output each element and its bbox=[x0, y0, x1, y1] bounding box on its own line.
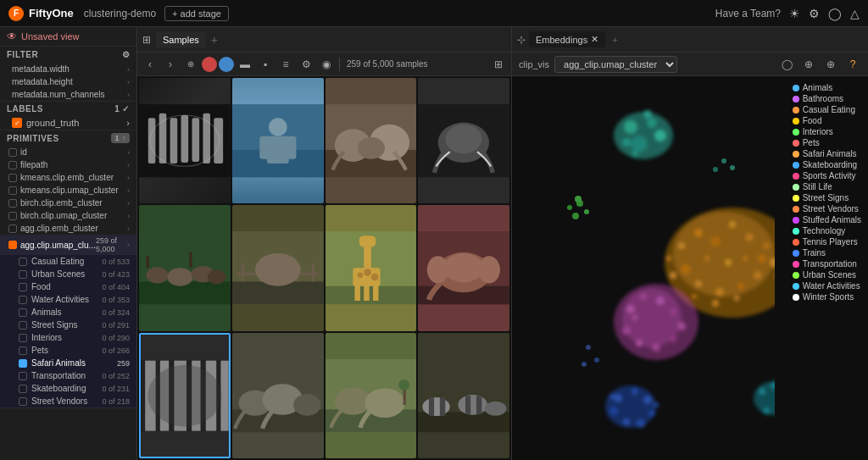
nav-next-button[interactable]: › bbox=[161, 55, 180, 74]
embeddings-tab-close[interactable]: ✕ bbox=[591, 34, 598, 45]
triangle-icon[interactable]: △ bbox=[850, 7, 860, 20]
sidebar-prim-birch-umap[interactable]: birch.clip.umap_cluster › bbox=[0, 209, 136, 222]
list-button[interactable]: ≡ bbox=[276, 55, 295, 74]
unsaved-view-label: Unsaved view bbox=[21, 31, 79, 42]
have-a-team-link[interactable]: Have a Team? bbox=[715, 8, 781, 19]
cat-animals[interactable]: Animals 0 of 324 bbox=[12, 306, 136, 319]
svg-point-120 bbox=[670, 272, 676, 279]
lasso-icon-btn[interactable]: ◯ bbox=[778, 56, 795, 73]
sidebar-field-metadata-width[interactable]: metadata.width › bbox=[0, 63, 136, 75]
cat-street-signs[interactable]: Street Signs 0 of 291 bbox=[12, 319, 136, 331]
scatter-plot[interactable] bbox=[512, 76, 775, 460]
svg-point-119 bbox=[666, 256, 671, 261]
sample-cell-5[interactable] bbox=[139, 205, 231, 330]
svg-point-109 bbox=[715, 288, 724, 297]
sidebar-field-metadata-height[interactable]: metadata.height › bbox=[0, 75, 136, 88]
filter-settings-icon[interactable]: ⚙ bbox=[122, 50, 131, 59]
sidebar-prim-agg-emb[interactable]: agg.clip.emb_cluster › bbox=[0, 222, 136, 235]
nav-prev-button[interactable]: ‹ bbox=[141, 55, 159, 74]
sidebar-label-ground-truth[interactable]: ✓ ground_truth › bbox=[0, 116, 136, 130]
sidebar-prim-filepath[interactable]: filepath › bbox=[0, 158, 136, 171]
cat-food[interactable]: Food 0 of 404 bbox=[12, 280, 136, 293]
unsaved-view[interactable]: 👁 Unsaved view bbox=[0, 27, 136, 46]
settings-button[interactable]: ⚙ bbox=[297, 55, 315, 74]
sample-cell-7[interactable] bbox=[326, 205, 417, 330]
svg-point-167 bbox=[713, 167, 718, 172]
sample-cell-2[interactable] bbox=[232, 78, 324, 203]
svg-point-91 bbox=[624, 120, 637, 134]
embeddings-tab[interactable]: Embeddings ✕ bbox=[529, 31, 605, 47]
svg-rect-3 bbox=[170, 118, 178, 163]
sample-cell-3[interactable] bbox=[326, 78, 417, 203]
cat-transportation[interactable]: Transportation 0 of 252 bbox=[12, 369, 136, 382]
svg-point-89 bbox=[485, 401, 507, 415]
sidebar-prim-birch-emb[interactable]: birch.clip.emb_cluster › bbox=[0, 197, 136, 209]
rect2-button[interactable]: ▪ bbox=[256, 55, 275, 74]
chevron-icon: › bbox=[127, 186, 130, 195]
zoom-button[interactable]: ⊕ bbox=[181, 55, 200, 74]
sidebar-prim-id[interactable]: id › bbox=[0, 146, 136, 158]
svg-point-164 bbox=[594, 357, 599, 363]
sidebar-prim-kmeans-umap[interactable]: kmeans.clip.umap_cluster › bbox=[0, 184, 136, 197]
circle-button[interactable]: ◉ bbox=[317, 55, 336, 74]
rect-button[interactable]: ▬ bbox=[236, 55, 254, 74]
svg-point-166 bbox=[721, 158, 726, 163]
svg-rect-48 bbox=[364, 285, 369, 301]
svg-point-113 bbox=[725, 259, 732, 266]
cat-urban-scenes[interactable]: Urban Scenes 0 of 423 bbox=[12, 268, 136, 280]
svg-point-101 bbox=[694, 229, 703, 237]
legend-transportation: Transportation bbox=[793, 259, 861, 269]
github-icon[interactable]: ◯ bbox=[828, 7, 842, 20]
add-stage-button[interactable]: + add stage bbox=[164, 6, 229, 21]
embeddings-toolbar: clip_vis agg_clip.umap_cluster ◯ ⊕ ⊕ ? bbox=[512, 53, 868, 76]
legend-safari-animals: Safari Animals bbox=[793, 149, 861, 158]
samples-tab[interactable]: Samples bbox=[156, 32, 206, 47]
cat-water-activities[interactable]: Water Activities 0 of 353 bbox=[12, 293, 136, 306]
sun-icon[interactable]: ☀ bbox=[789, 7, 800, 20]
sample-cell-12[interactable] bbox=[418, 333, 509, 458]
filter-header: FILTER ⚙ bbox=[0, 47, 136, 63]
filter-circle-blue[interactable] bbox=[219, 57, 234, 72]
add-tab-button[interactable]: + bbox=[211, 33, 218, 47]
emb-add-tab[interactable]: + bbox=[612, 35, 617, 45]
svg-rect-82 bbox=[429, 397, 434, 416]
cat-safari-animals[interactable]: Safari Animals 259 bbox=[12, 357, 136, 369]
app-name: FiftyOne bbox=[29, 7, 74, 19]
cat-interiors[interactable]: Interiors 0 of 290 bbox=[12, 331, 136, 344]
grid-view-button[interactable]: ⊞ bbox=[489, 55, 508, 74]
crosshair-icon-btn[interactable]: ⊕ bbox=[822, 56, 839, 73]
field-name: metadata.num_channels bbox=[12, 90, 105, 99]
sample-cell-11[interactable] bbox=[326, 333, 417, 458]
sample-cell-4[interactable] bbox=[418, 78, 509, 203]
filter-circle-orange[interactable] bbox=[202, 57, 217, 72]
svg-point-130 bbox=[677, 322, 686, 330]
agg-cluster-dropdown[interactable]: agg_clip.umap_cluster bbox=[554, 56, 677, 73]
cat-skateboarding[interactable]: Skateboarding 0 of 231 bbox=[12, 382, 136, 395]
svg-point-52 bbox=[370, 274, 378, 281]
sample-cell-8[interactable] bbox=[418, 205, 509, 330]
sample-cell-9[interactable] bbox=[139, 333, 231, 458]
cat-street-vendors[interactable]: Street Vendors 0 of 218 bbox=[12, 395, 136, 407]
sample-cell-6[interactable] bbox=[232, 205, 324, 330]
svg-point-121 bbox=[692, 294, 697, 299]
sidebar-prim-kmeans-emb[interactable]: kmeans.clip.emb_cluster › bbox=[0, 171, 136, 184]
legend-urban-scenes: Urban Scenes bbox=[793, 270, 861, 280]
help-icon-btn[interactable]: ? bbox=[844, 56, 861, 73]
embeddings-legend: Animals Bathrooms Casual Eating Food Int… bbox=[793, 83, 861, 302]
svg-rect-45 bbox=[359, 236, 375, 247]
sidebar-field-metadata-channels[interactable]: metadata.num_channels › bbox=[0, 88, 136, 101]
svg-point-94 bbox=[654, 130, 666, 141]
chevron-icon: › bbox=[127, 224, 130, 233]
cat-casual-eating[interactable]: Casual Eating 0 of 533 bbox=[12, 255, 136, 268]
sidebar-prim-agg-umap[interactable]: agg.clip.umap_clu... 259 of 5,000 › bbox=[0, 235, 136, 255]
legend-technology: Technology bbox=[793, 226, 861, 236]
topbar-right: Have a Team? ☀ ⚙ ◯ △ bbox=[715, 7, 860, 20]
svg-point-145 bbox=[654, 402, 659, 407]
samples-grid bbox=[137, 76, 511, 460]
sample-cell-10[interactable] bbox=[232, 333, 324, 458]
cat-pets[interactable]: Pets 0 of 266 bbox=[12, 344, 136, 357]
gear-icon[interactable]: ⚙ bbox=[809, 7, 820, 20]
sample-cell-1[interactable] bbox=[139, 78, 231, 203]
svg-rect-86 bbox=[465, 396, 470, 414]
select-icon-btn[interactable]: ⊕ bbox=[800, 56, 817, 73]
